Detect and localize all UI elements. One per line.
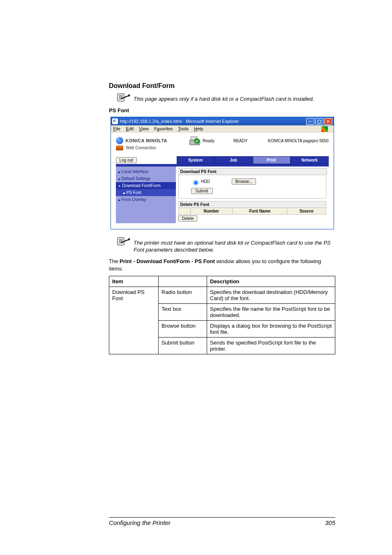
status-ready-small: Ready (203, 139, 214, 143)
side-ps-font[interactable]: PS Font (116, 189, 176, 196)
minimize-button[interactable]: – (306, 118, 314, 125)
tab-system[interactable]: System (177, 156, 215, 164)
note-text-2: The printer must have an optional hard d… (134, 237, 335, 254)
section-title: Download Font/Form (109, 82, 335, 90)
delete-button[interactable]: Delete (178, 215, 198, 222)
km-globe-icon (116, 137, 123, 144)
footer-left: Configuring the Printer (109, 519, 171, 526)
note-icon-2 (117, 237, 130, 247)
note-text-1: This page appears only if a hard disk ki… (134, 93, 314, 103)
row1-ctrl: Text box (159, 304, 207, 321)
parameters-table: Item Description Download PS Font Radio … (109, 276, 335, 354)
row0-ctrl: Radio button (159, 287, 207, 304)
row3-desc: Sends the specified PostScript font file… (207, 338, 335, 354)
note-icon (117, 93, 130, 103)
submit-button[interactable]: Submit (191, 188, 213, 194)
row1-desc: Specifies the file name for the PostScri… (207, 304, 335, 321)
menu-tools[interactable]: Tools (178, 126, 189, 131)
th-number: Number (190, 208, 233, 214)
tab-network[interactable]: Network (291, 156, 329, 164)
screenshot-container: http://192.168.1.2/a_index.html - Micros… (111, 117, 334, 229)
svg-rect-0 (118, 94, 124, 101)
row2-desc: Displays a dialog box for browsing to th… (207, 321, 335, 338)
radio-hdd[interactable] (193, 180, 198, 185)
maximize-button[interactable]: ▢ (315, 118, 323, 125)
footer-page-number: 305 (325, 519, 335, 526)
panel-delete-ps-font: Delete PS Font (178, 201, 326, 208)
browse-button[interactable]: Browse... (232, 178, 256, 185)
radio-hdd-label: HDD (201, 179, 210, 184)
printer-status-icon: ✓ (189, 136, 199, 145)
row0-desc: Specifies the download destination (HDD/… (207, 287, 335, 304)
row3-ctrl: Submit button (159, 338, 207, 354)
ie-flag-icon (321, 126, 328, 132)
ie-favicon-icon (112, 118, 118, 124)
side-download-fontform[interactable]: Download Font/Form (116, 182, 176, 189)
th-item: Item (109, 276, 159, 287)
close-button[interactable]: × (324, 118, 332, 125)
ie-window-title: http://192.168.1.2/a_index.html - Micros… (120, 119, 305, 124)
side-default-settings[interactable]: Default Settings (116, 175, 176, 182)
th-fontname: Font Name (233, 208, 287, 214)
menu-edit[interactable]: Edit (126, 126, 134, 131)
logout-button[interactable]: Log out (116, 157, 137, 163)
menu-file[interactable]: File (113, 126, 121, 131)
tab-job[interactable]: Job (214, 156, 253, 164)
side-nav: Local Interface Default Settings Downloa… (116, 166, 176, 223)
ps-font-heading: PS Font (109, 107, 335, 113)
svg-rect-5 (118, 238, 124, 245)
menu-help[interactable]: Help (194, 126, 203, 131)
menu-view[interactable]: View (139, 126, 149, 131)
km-brand: KONICA MINOLTA (126, 138, 168, 143)
panel-download-ps-font: Download PS Font (178, 168, 327, 175)
pagescope-label: Web Connection (116, 146, 329, 150)
th-description: Description (207, 276, 335, 287)
page-footer: Configuring the Printer 305 (109, 517, 335, 526)
side-local-interface[interactable]: Local Interface (116, 168, 176, 175)
status-ready-main: READY (233, 139, 247, 143)
side-form-overlay[interactable]: Form Overlay (116, 196, 176, 203)
body-text: The Print - Download Font/Form - PS Font… (109, 258, 335, 273)
tab-print[interactable]: Print (253, 156, 291, 164)
ie-menubar: File Edit View Favorites Tools Help (111, 125, 334, 132)
delete-ps-font-table: Number Font Name Source (178, 208, 326, 215)
printer-model: KONICA MINOLTA pagepro 5650 (268, 139, 328, 143)
th-source: Source (287, 208, 326, 214)
pagescope-icon (116, 146, 123, 150)
row2-ctrl: Browse button (159, 321, 207, 338)
menu-favorites[interactable]: Favorites (154, 126, 173, 131)
ie-titlebar: http://192.168.1.2/a_index.html - Micros… (111, 117, 334, 125)
row-group-label: Download PS Font (109, 287, 159, 354)
